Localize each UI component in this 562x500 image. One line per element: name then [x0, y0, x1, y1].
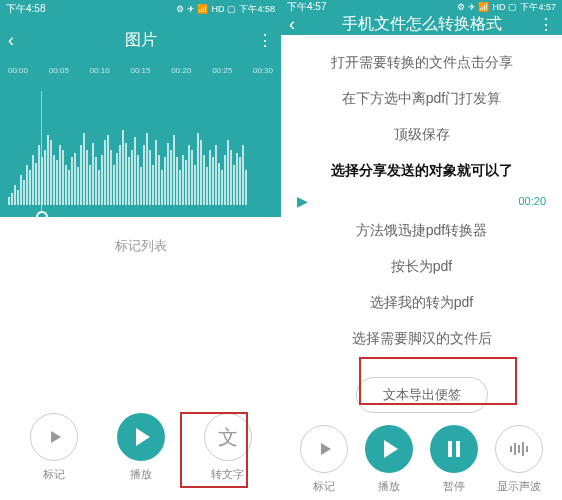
playhead-line	[41, 91, 42, 211]
timestamp: 00:20	[518, 195, 546, 207]
waveform-area[interactable]: 00:0000:0500:1000:1500:2000:2500:30	[0, 62, 281, 217]
status-indicators: ⚙ ✈ 📶 HD ▢ 下午4:58	[176, 3, 275, 16]
menu-icon[interactable]: ⋮	[534, 15, 554, 34]
header: ‹ 手机文件怎么转换格式 ⋮	[281, 14, 562, 35]
transcript-line: 打开需要转换的文件点击分享	[297, 45, 546, 81]
time-marks: 00:0000:0500:1000:1500:2000:2500:30	[0, 62, 281, 75]
transcript-line: 方法饿迅捷pdf转换器	[297, 213, 546, 249]
page-title: 图片	[28, 30, 253, 51]
pause-button[interactable]: 暂停	[430, 425, 478, 494]
wave-icon	[510, 442, 528, 456]
mark-button[interactable]: 标记	[30, 413, 78, 482]
playhead[interactable]	[36, 211, 48, 217]
back-icon[interactable]: ‹	[8, 30, 28, 51]
flag-icon	[51, 431, 61, 443]
menu-icon[interactable]: ⋮	[253, 31, 273, 50]
transcript-line: 按长为pdf	[297, 249, 546, 285]
play-button[interactable]: 播放	[117, 413, 165, 482]
transcript-line: 选择需要脚汉的文件后	[297, 321, 546, 357]
status-indicators: ⚙ ✈ 📶 HD ▢ 下午4:57	[457, 1, 556, 14]
status-bar: 下午4:57 ⚙ ✈ 📶 HD ▢ 下午4:57	[281, 0, 562, 14]
show-wave-button[interactable]: 显示声波	[495, 425, 543, 494]
back-icon[interactable]: ‹	[289, 14, 309, 35]
transcript-line-active: 选择分享发送的对象就可以了	[297, 153, 546, 189]
play-icon	[384, 440, 398, 458]
transcript-line: 选择我的转为pdf	[297, 285, 546, 321]
mark-button[interactable]: 标记	[300, 425, 348, 494]
marker-list-label: 标记列表	[0, 217, 281, 275]
transcript-line: 在下方选中离pdf门打发算	[297, 81, 546, 117]
inline-play-row: ▶ 00:20	[297, 189, 546, 213]
inline-play-icon[interactable]: ▶	[297, 193, 308, 209]
status-time: 下午4:57	[287, 0, 326, 14]
pause-icon	[448, 441, 460, 457]
status-time: 下午4:58	[6, 2, 45, 16]
waveform	[0, 105, 281, 205]
transcript-line: 顶级保存	[297, 117, 546, 153]
highlight-annotation	[359, 357, 517, 405]
flag-icon	[321, 443, 331, 455]
page-title: 手机文件怎么转换格式	[309, 14, 534, 35]
header: ‹ 图片 ⋮	[0, 18, 281, 62]
play-button[interactable]: 播放	[365, 425, 413, 494]
bottom-controls: 标记 播放 暂停 显示声波	[281, 413, 562, 500]
highlight-annotation	[180, 412, 248, 488]
status-bar: 下午4:58 ⚙ ✈ 📶 HD ▢ 下午4:58	[0, 0, 281, 18]
play-icon	[136, 428, 150, 446]
